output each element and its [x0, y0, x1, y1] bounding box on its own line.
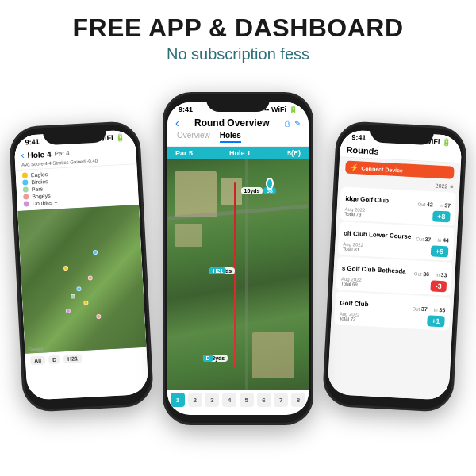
center-header-top: ‹ Round Overview ⎙ ✎: [175, 117, 301, 129]
hole-btn-2[interactable]: 2: [188, 393, 202, 407]
shot-dot-2: [76, 286, 81, 291]
all-button[interactable]: All: [30, 356, 46, 366]
round-2-in: In 44: [437, 231, 449, 246]
right-screen-content: 9:41 ▪▪ WiFi 🔋 Rounds ⚡ Connect Device 2…: [327, 129, 462, 401]
round-3-out-val: 36: [423, 271, 429, 277]
round-2-meta: Aug 2022 Total 81: [343, 242, 363, 252]
map-bg: [17, 205, 146, 354]
building-4: [252, 332, 294, 378]
round-2-out-val: 37: [424, 236, 431, 242]
page-header: FREE APP & DASHBOARD No subscription fes…: [0, 0, 476, 68]
round-2-club: olf Club Lower Course: [344, 229, 412, 240]
map-overlay: [167, 159, 309, 390]
doubles-label: Doubles +: [33, 200, 58, 207]
left-map: Google: [17, 205, 146, 354]
building-3: [175, 224, 203, 247]
shot-dot-4: [88, 276, 93, 281]
round-1-meta: Aug 2022 Total 79: [344, 207, 365, 217]
center-phone-notch: [206, 94, 270, 112]
right-phone: 9:41 ▪▪ WiFi 🔋 Rounds ⚡ Connect Device 2…: [322, 121, 468, 413]
bogeys-dot: [23, 194, 29, 200]
round-item-3[interactable]: s Golf Club Bethesda Out 36 In 33: [336, 256, 452, 296]
round-4-in: In 35: [433, 301, 445, 316]
center-header-icons: ⎙ ✎: [285, 119, 301, 128]
google-label: Google: [28, 347, 44, 352]
share-icon[interactable]: ⎙: [285, 119, 290, 128]
center-wifi-icon: WiFi: [271, 106, 286, 113]
round-3-score-badge: -3: [430, 281, 447, 293]
round-3-club: s Golf Club Bethesda: [342, 264, 406, 274]
right-phone-notch: [370, 125, 434, 145]
doubles-dot: [24, 202, 29, 207]
shot-dot-1: [63, 266, 67, 271]
left-legend: Eagles Birdies Pars Bogeys: [16, 164, 139, 211]
center-back-icon[interactable]: ‹: [175, 117, 179, 129]
hole-numbers: 1 2 3 4 5 6 7 8: [167, 390, 309, 409]
center-phone-screen: 9:41 ▪▪▪ WiFi 🔋 ‹ Round Overview ⎙ ✎: [167, 102, 309, 415]
round-2-out: Out 37: [416, 230, 432, 245]
hole-btn-5[interactable]: 5: [240, 393, 254, 407]
pars-dot: [23, 187, 29, 193]
tab-holes[interactable]: Holes: [220, 131, 241, 143]
round-3-meta: Aug 2022 Total 69: [341, 277, 362, 287]
round-1-total: Total 79: [344, 212, 365, 217]
pars-label: Pars: [32, 186, 44, 193]
round-4-club: Golf Club: [340, 299, 368, 308]
hole-btn-8[interactable]: 8: [291, 393, 305, 407]
shot-dot-5: [83, 301, 88, 305]
hole-btn-7[interactable]: 7: [274, 393, 288, 407]
center-time: 9:41: [178, 106, 193, 113]
round-3-in: In 33: [436, 266, 447, 281]
hole-btn-4[interactable]: 4: [222, 393, 236, 407]
right-battery-icon: 🔋: [442, 138, 451, 147]
round-item-1[interactable]: idge Golf Club Out 42 In 37: [340, 187, 456, 227]
center-screen-content: 9:41 ▪▪▪ WiFi 🔋 ‹ Round Overview ⎙ ✎: [167, 102, 309, 409]
battery-icon: 🔋: [115, 133, 125, 142]
round-4-scores: Out 37 In 35: [412, 299, 445, 315]
birdies-dot: [22, 180, 28, 186]
round-item-2[interactable]: olf Club Lower Course Out 37 In 44: [338, 221, 455, 261]
flag-marker: [266, 178, 274, 190]
hole-btn-1[interactable]: 1: [171, 393, 185, 407]
eagles-dot: [22, 173, 28, 178]
out-label: Out: [417, 202, 427, 208]
edit-icon[interactable]: ✎: [294, 119, 301, 128]
center-phone: 9:41 ▪▪▪ WiFi 🔋 ‹ Round Overview ⎙ ✎: [163, 92, 313, 425]
year-value: 2022: [436, 183, 448, 190]
hole-btn-3[interactable]: 3: [205, 393, 219, 407]
phones-container: 9:41 ▪▪▪ WiFi 🔋 ‹ Hole 4 Par 4 Avg Score…: [0, 68, 476, 441]
eagles-label: Eagles: [31, 171, 48, 178]
round-item-4[interactable]: Golf Club Out 37 In 35: [334, 291, 451, 331]
h21-button[interactable]: H21: [63, 354, 82, 363]
fairway-line: [234, 182, 236, 367]
hole-bar-hole: Hole 1: [229, 149, 251, 157]
tab-overview[interactable]: Overview: [177, 131, 210, 143]
back-icon[interactable]: ‹: [21, 150, 25, 161]
round-4-out: Out 37: [412, 299, 428, 314]
round-3-scores: Out 36 In 33: [414, 264, 447, 280]
center-tabs: Overview Holes: [175, 131, 301, 143]
left-phone: 9:41 ▪▪▪ WiFi 🔋 ‹ Hole 4 Par 4 Avg Score…: [9, 121, 155, 413]
dist-badge-h21: H21: [209, 267, 226, 274]
round-1-club: idge Golf Club: [345, 194, 389, 204]
round-2-scores: Out 37 In 44: [416, 230, 449, 246]
connect-device-button[interactable]: ⚡ Connect Device: [345, 161, 455, 179]
shot-dot-8: [93, 250, 98, 255]
page-subtitle: No subscription fess: [8, 45, 468, 63]
shot-dot-3: [71, 294, 75, 299]
center-map: 16yds 58 205yds H21 258yds D: [167, 159, 309, 390]
round-1-score-badge: +8: [432, 211, 451, 223]
right-phone-screen: 9:41 ▪▪ WiFi 🔋 Rounds ⚡ Connect Device 2…: [327, 129, 462, 401]
birdies-label: Birdies: [31, 178, 48, 185]
round-2-score-badge: +9: [430, 246, 448, 258]
round-4-in-val: 35: [439, 307, 445, 313]
bluetooth-icon: ⚡: [350, 163, 359, 172]
d-button[interactable]: D: [48, 355, 61, 365]
round-2-in-val: 44: [443, 237, 449, 243]
in-val: 37: [444, 202, 451, 208]
round-3-total: Total 69: [341, 282, 362, 287]
filter-icon: ≡: [450, 184, 453, 190]
left-time: 9:41: [25, 138, 40, 147]
hole-btn-6[interactable]: 6: [257, 393, 271, 407]
building-1: [175, 171, 217, 217]
